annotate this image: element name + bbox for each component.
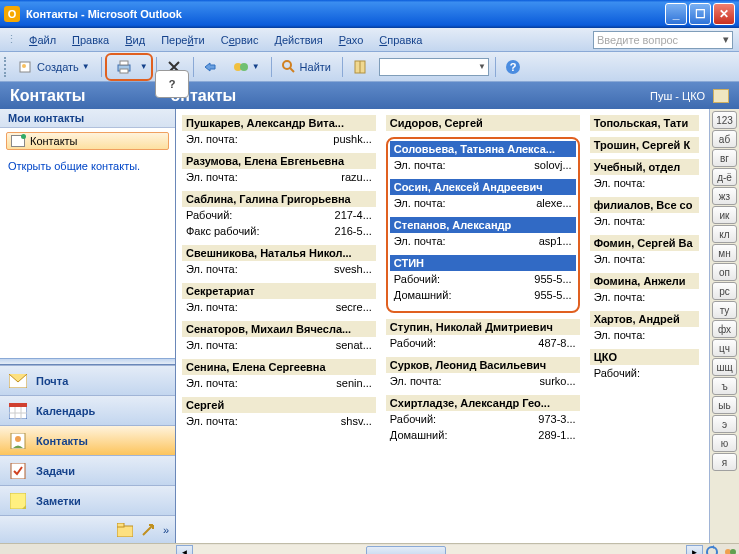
alpha-button-мн[interactable]: мн [712, 244, 737, 262]
alpha-button-ю[interactable]: ю [712, 434, 737, 452]
menu-actions[interactable]: Действия [266, 32, 330, 48]
svg-rect-23 [117, 526, 133, 537]
chevron-down-icon[interactable]: ▼ [82, 62, 90, 71]
scroll-left-button[interactable]: ◄ [176, 545, 193, 555]
contact-card[interactable]: Соловьева, Татьяна Алекса...Эл. почта:so… [390, 141, 576, 173]
alpha-button-я[interactable]: я [712, 453, 737, 471]
chevron-down-icon[interactable]: ▼ [252, 62, 260, 71]
contact-card[interactable]: ЦКОРабочий: [590, 349, 699, 381]
nav-notes[interactable]: Заметки [0, 485, 175, 515]
maximize-button[interactable]: ☐ [689, 3, 711, 25]
chevron-down-icon[interactable]: ▼ [140, 62, 148, 71]
help-button[interactable]: ? [499, 56, 527, 78]
alpha-button-шщ[interactable]: шщ [712, 358, 737, 376]
new-button[interactable]: Создать ▼ [12, 56, 96, 78]
alpha-button-ту[interactable]: ту [712, 301, 737, 319]
shortcuts-icon[interactable] [141, 523, 155, 537]
menu-go[interactable]: Перейти [153, 32, 213, 48]
contact-card[interactable]: СТИНРабочий:955-5...Домашний:955-5... [390, 255, 576, 303]
field-value: 955-5... [534, 273, 571, 285]
menu-tools[interactable]: Сервис [213, 32, 267, 48]
contact-field: Эл. почта:senat... [182, 337, 376, 353]
contact-card[interactable]: Сенаторов, Михаил Вячесла...Эл. почта:se… [182, 321, 376, 353]
field-label: Эл. почта: [390, 375, 442, 387]
contact-card[interactable]: СергейЭл. почта:shsv... [182, 397, 376, 429]
address-dropdown[interactable]: ▼ [379, 58, 489, 76]
contact-card[interactable]: Схиртладзе, Александр Гео...Рабочий:973-… [386, 395, 580, 443]
find-button[interactable]: Найти [275, 56, 337, 78]
menu-raxo[interactable]: Рахо [331, 32, 372, 48]
card-view-icon[interactable] [713, 89, 729, 103]
alpha-button-ыь[interactable]: ыь [712, 396, 737, 414]
nav-calendar[interactable]: Календарь [0, 395, 175, 425]
menu-help[interactable]: Справка [371, 32, 430, 48]
contact-card[interactable]: Топольская, Тати [590, 115, 699, 131]
alpha-button-123[interactable]: 123 [712, 111, 737, 129]
field-label: Рабочий: [186, 209, 232, 221]
contact-card[interactable]: Учебный, отделЭл. почта: [590, 159, 699, 191]
alpha-button-аб[interactable]: аб [712, 130, 737, 148]
folder-list-icon[interactable] [117, 523, 133, 537]
contact-card[interactable]: Пушкарев, Александр Вита...Эл. почта:pus… [182, 115, 376, 147]
title-bar: O Контакты - Microsoft Outlook _ ☐ ✕ [0, 0, 739, 28]
alpha-button-э[interactable]: э [712, 415, 737, 433]
help-icon: ? [505, 59, 521, 75]
contact-card[interactable]: Сидоров, Сергей [386, 115, 580, 131]
print-button[interactable] [110, 56, 138, 78]
contact-card[interactable]: Ступин, Николай ДмитриевичРабочий:487-8.… [386, 319, 580, 351]
alpha-button-д-ё[interactable]: д-ё [712, 168, 737, 186]
alpha-button-фх[interactable]: фх [712, 320, 737, 338]
print-highlight: ▼ [105, 53, 153, 81]
contact-card[interactable]: Сурков, Леонид ВасильевичЭл. почта:surko… [386, 357, 580, 389]
categories-button[interactable]: ▼ [227, 56, 266, 78]
menu-edit[interactable]: Правка [64, 32, 117, 48]
contact-card[interactable]: Сосин, Алексей АндреевичЭл. почта:alexe.… [390, 179, 576, 211]
alpha-button-ъ[interactable]: ъ [712, 377, 737, 395]
contact-card[interactable]: Разумова, Елена ЕвгеньевнаЭл. почта:razu… [182, 153, 376, 185]
menu-file[interactable]: Файл [21, 32, 64, 48]
configure-buttons-icon[interactable]: » [163, 524, 169, 536]
contact-card[interactable]: Саблина, Галина ГригорьевнаРабочий:217-4… [182, 191, 376, 239]
alpha-button-оп[interactable]: оп [712, 263, 737, 281]
scroll-thumb[interactable] [366, 546, 446, 555]
field-value: alexe... [536, 197, 571, 209]
field-label: Эл. почта: [186, 133, 238, 145]
contact-card[interactable]: Трошин, Сергей К [590, 137, 699, 153]
nav-tasks[interactable]: Задачи [0, 455, 175, 485]
alpha-button-кл[interactable]: кл [712, 225, 737, 243]
nav-contacts[interactable]: Контакты [0, 425, 175, 455]
horizontal-scrollbar[interactable]: ◄ ► [0, 543, 739, 554]
contact-card[interactable]: Хартов, АндрейЭл. почта: [590, 311, 699, 343]
contact-card[interactable]: Свешникова, Наталья Никол...Эл. почта:sv… [182, 245, 376, 277]
close-button[interactable]: ✕ [713, 3, 735, 25]
contact-card[interactable]: филиалов, Все соЭл. почта: [590, 197, 699, 229]
navigation-pane: Мои контакты Контакты Открыть общие конт… [0, 109, 176, 543]
chevron-down-icon[interactable]: ▾ [723, 33, 729, 46]
contact-field: Эл. почта: [590, 213, 699, 229]
contact-card[interactable]: Фомина, АнжелиЭл. почта: [590, 273, 699, 305]
alpha-button-рс[interactable]: рс [712, 282, 737, 300]
open-shared-contacts-link[interactable]: Открыть общие контакты. [0, 154, 175, 178]
svg-rect-4 [120, 69, 128, 73]
contact-card[interactable]: СекретариатЭл. почта:secre... [182, 283, 376, 315]
minimize-button[interactable]: _ [665, 3, 687, 25]
address-book-button[interactable] [346, 56, 374, 78]
alpha-button-цч[interactable]: цч [712, 339, 737, 357]
alpha-button-жз[interactable]: жз [712, 187, 737, 205]
alpha-button-ик[interactable]: ик [712, 206, 737, 224]
help-search-input[interactable]: Введите вопрос ▾ [593, 31, 733, 49]
scroll-track[interactable] [193, 545, 686, 555]
contact-name: Свешникова, Наталья Никол... [182, 245, 376, 261]
contact-card[interactable]: Фомин, Сергей ВаЭл. почта: [590, 235, 699, 267]
scroll-right-button[interactable]: ► [686, 545, 703, 555]
contact-card[interactable]: Степанов, АлександрЭл. почта:asp1... [390, 217, 576, 249]
contacts-folder[interactable]: Контакты [6, 132, 169, 150]
nav-mail[interactable]: Почта [0, 365, 175, 395]
sync-icon[interactable] [705, 545, 719, 554]
contact-card[interactable]: Сенина, Елена СергеевнаЭл. почта:senin..… [182, 359, 376, 391]
toolbar-gripper[interactable] [4, 57, 8, 77]
menu-view[interactable]: Вид [117, 32, 153, 48]
reply-button[interactable] [197, 56, 225, 78]
status-icon[interactable] [723, 545, 737, 554]
alpha-button-вг[interactable]: вг [712, 149, 737, 167]
